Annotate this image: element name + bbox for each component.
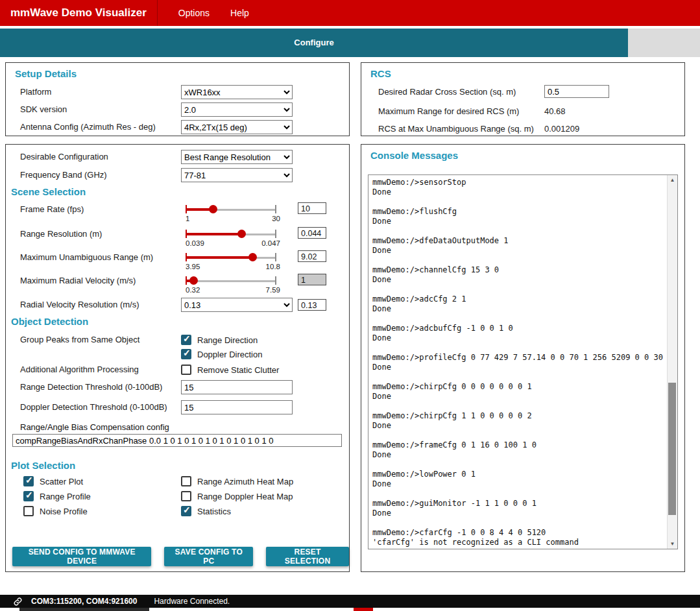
slider-handle[interactable] bbox=[237, 230, 246, 238]
range-profile-checkbox[interactable] bbox=[23, 491, 34, 501]
antenna-config-row: Antenna Config (Azimuth Res - deg) 4Rx,2… bbox=[6, 120, 349, 136]
group-peaks-row: Group Peaks from Same Object Range Direc… bbox=[6, 333, 349, 363]
plot-selection-title: Plot Selection bbox=[11, 460, 75, 471]
doppler-threshold-label: Doppler Detection Threshold (0-100dB) bbox=[20, 402, 167, 412]
range-profile-option: Range Profile bbox=[23, 489, 181, 503]
noise-profile-label: Noise Profile bbox=[40, 507, 88, 516]
slider-handle[interactable] bbox=[209, 205, 217, 213]
slider-max-tick bbox=[275, 276, 276, 285]
setup-details-title: Setup Details bbox=[15, 68, 77, 79]
radial-velocity-resolution-select[interactable]: 0.13 bbox=[181, 298, 293, 312]
rcs-at-max-range-value: 0.001209 bbox=[544, 124, 579, 134]
send-config-button[interactable]: SEND CONFIG TO MMWAVE DEVICE bbox=[12, 547, 151, 566]
frequency-band-select[interactable]: 77-81 bbox=[181, 168, 293, 182]
slider-max-tick bbox=[275, 230, 276, 238]
rcs-title: RCS bbox=[370, 68, 391, 79]
max-radial-velocity-value-box: 1 bbox=[298, 274, 326, 285]
desired-rcs-input[interactable] bbox=[544, 85, 609, 98]
additional-processing-options: Remove Static Clutter bbox=[181, 363, 279, 377]
antenna-config-select[interactable]: 4Rx,2Tx(15 deg) bbox=[181, 120, 293, 134]
rcs-at-max-range-label: RCS at Max Unambiguous Range (sq. m) bbox=[378, 124, 534, 134]
reset-selection-button[interactable]: RESET SELECTION bbox=[266, 547, 349, 566]
plot-selection-grid: Scatter Plot Range Azimuth Heat Map Rang… bbox=[23, 474, 341, 519]
sdk-version-label: SDK version bbox=[20, 104, 67, 114]
desired-rcs-row: Desired Radar Cross Section (sq. m) bbox=[361, 85, 684, 101]
range-doppler-heat-map-option: Range Doppler Heat Map bbox=[181, 489, 341, 503]
range-direction-option: Range Direction bbox=[181, 333, 262, 347]
scroll-down-icon[interactable] bbox=[668, 539, 677, 549]
frame-rate-value-box[interactable]: 10 bbox=[298, 202, 326, 214]
max-radial-velocity-slider[interactable]: 0.32 7.59 bbox=[186, 272, 276, 294]
range-azimuth-heat-map-label: Range Azimuth Heat Map bbox=[197, 477, 293, 486]
slider-handle[interactable] bbox=[189, 276, 198, 285]
slider-max-label: 30 bbox=[272, 215, 280, 222]
max-radial-velocity-label: Maximum Radial Velocity (m/s) bbox=[20, 276, 136, 285]
range-threshold-row: Range Detection Threshold (0-100dB) bbox=[6, 380, 349, 396]
max-unambiguous-range-value-box[interactable]: 9.02 bbox=[298, 250, 326, 262]
radial-velocity-resolution-label: Radial Velocity Resolution (m/s) bbox=[20, 300, 139, 309]
bias-compensation-input[interactable] bbox=[12, 434, 342, 447]
status-bar: COM3:115200, COM4:921600 Hardware Connec… bbox=[0, 595, 700, 608]
max-range-rcs-row: Maximum Range for desired RCS (m) 40.68 bbox=[361, 104, 684, 120]
slider-max-label: 0.047 bbox=[261, 239, 280, 247]
header-divider bbox=[157, 0, 158, 26]
doppler-direction-label: Doppler Direction bbox=[197, 350, 262, 359]
additional-processing-label: Additional Algorithm Processing bbox=[20, 365, 139, 374]
bias-compensation-label: Range/Angle Bias Compensation config bbox=[20, 422, 169, 432]
additional-processing-row: Additional Algorithm Processing Remove S… bbox=[6, 363, 349, 379]
max-range-rcs-value: 40.68 bbox=[544, 106, 566, 116]
range-resolution-row: Range Resolution (m) 0.039 0.047 0.044 bbox=[6, 225, 349, 248]
scatter-plot-checkbox[interactable] bbox=[23, 476, 34, 486]
range-threshold-input[interactable] bbox=[181, 380, 293, 394]
max-radial-velocity-row: Maximum Radial Velocity (m/s) 0.32 7.59 … bbox=[6, 272, 349, 295]
range-doppler-heat-map-checkbox[interactable] bbox=[181, 491, 191, 501]
remove-static-clutter-checkbox[interactable] bbox=[181, 365, 191, 375]
noise-profile-checkbox[interactable] bbox=[23, 506, 34, 516]
hardware-status-text: Hardware Connected. bbox=[154, 597, 230, 606]
scatter-plot-option: Scatter Plot bbox=[23, 474, 181, 488]
scatter-plot-label: Scatter Plot bbox=[40, 477, 83, 486]
radial-velocity-resolution-value-box[interactable]: 0.13 bbox=[298, 299, 326, 311]
range-threshold-label: Range Detection Threshold (0-100dB) bbox=[20, 382, 162, 392]
platform-select[interactable]: xWR16xx bbox=[181, 85, 293, 99]
frame-rate-slider[interactable]: 1 30 bbox=[186, 200, 276, 222]
slider-track[interactable] bbox=[186, 280, 276, 282]
desirable-configuration-select[interactable]: Best Range Resolution bbox=[181, 150, 293, 164]
scroll-up-icon[interactable] bbox=[668, 175, 677, 185]
doppler-direction-checkbox[interactable] bbox=[181, 349, 191, 359]
range-azimuth-heat-map-checkbox[interactable] bbox=[181, 476, 191, 486]
radial-velocity-resolution-row: Radial Velocity Resolution (m/s) 0.13 0.… bbox=[6, 298, 349, 313]
statistics-label: Statistics bbox=[197, 507, 231, 516]
desirable-configuration-row: Desirable Configuration Best Range Resol… bbox=[6, 150, 349, 165]
scrollbar-thumb[interactable] bbox=[668, 383, 676, 515]
range-resolution-slider[interactable]: 0.039 0.047 bbox=[186, 225, 276, 247]
save-config-button[interactable]: SAVE CONFIG TO PC bbox=[164, 547, 253, 566]
statistics-checkbox[interactable] bbox=[181, 506, 191, 516]
menu-options[interactable]: Options bbox=[178, 8, 210, 18]
console-messages-title: Console Messages bbox=[370, 150, 458, 161]
group-peaks-label: Group Peaks from Same Object bbox=[20, 335, 139, 344]
tab-configure[interactable]: Configure bbox=[0, 29, 628, 57]
sdk-version-select[interactable]: 2.0 bbox=[181, 102, 293, 117]
console-output[interactable]: mmwDemo:/>sensorStop Done mmwDemo:/>flus… bbox=[368, 174, 678, 549]
cutoff-red-button-partial[interactable] bbox=[354, 608, 373, 611]
platform-row: Platform xWR16xx bbox=[6, 85, 349, 101]
frequency-band-label: Frequency Band (GHz) bbox=[20, 170, 107, 180]
app-root: mmWave Demo Visualizer Options Help Conf… bbox=[0, 0, 700, 611]
link-icon bbox=[13, 597, 23, 606]
cutoff-dropdown-partial[interactable] bbox=[19, 608, 149, 611]
slider-max-tick bbox=[275, 253, 276, 261]
range-resolution-value-box[interactable]: 0.044 bbox=[298, 227, 326, 239]
com-ports-text: COM3:115200, COM4:921600 bbox=[31, 597, 137, 606]
max-unambiguous-range-slider[interactable]: 3.95 10.8 bbox=[186, 248, 276, 270]
range-direction-checkbox[interactable] bbox=[181, 335, 191, 345]
doppler-threshold-input[interactable] bbox=[181, 400, 293, 414]
rcs-panel: RCS Desired Radar Cross Section (sq. m) … bbox=[361, 62, 685, 136]
frame-rate-row: Frame Rate (fps) 1 30 10 bbox=[6, 200, 349, 224]
slider-handle[interactable] bbox=[248, 253, 257, 261]
console-scrollbar[interactable] bbox=[667, 175, 677, 549]
menu-help[interactable]: Help bbox=[230, 8, 249, 18]
group-peaks-options: Range Direction Doppler Direction bbox=[181, 333, 262, 361]
slider-min-label: 0.32 bbox=[186, 286, 200, 294]
slider-min-label: 0.039 bbox=[186, 239, 204, 247]
